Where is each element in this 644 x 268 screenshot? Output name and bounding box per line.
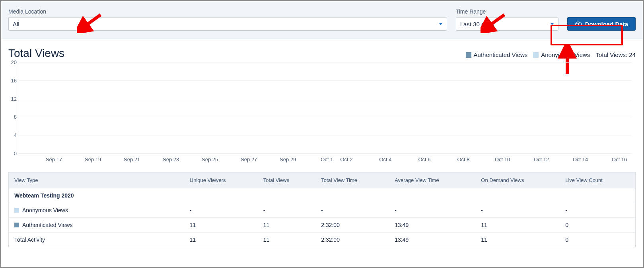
xtick: Sep 21 — [124, 156, 140, 162]
xtick: Oct 4 — [379, 156, 391, 162]
table-group-name: Webteam Testing 2020 — [9, 188, 636, 203]
table-cell: 11 — [475, 218, 560, 233]
media-location-field: Media Location All — [8, 8, 447, 31]
xtick: Sep 29 — [280, 156, 296, 162]
time-range-select[interactable]: Last 30 days — [456, 17, 558, 31]
xtick: Oct 12 — [534, 156, 549, 162]
caret-down-icon — [439, 23, 443, 25]
table-cell: - — [475, 203, 560, 218]
total-views-card: Total Views Authenticated Views Anonymou… — [8, 43, 636, 247]
time-range-field: Time Range Last 30 days — [456, 8, 558, 31]
xtick: Oct 14 — [573, 156, 588, 162]
legend-anon: Anonymous Views — [533, 51, 590, 58]
col-header[interactable]: View Type — [9, 172, 184, 188]
ytick: 0 — [7, 151, 17, 156]
table-cell: - — [389, 203, 475, 218]
xtick: Sep 19 — [85, 156, 101, 162]
ytick: 8 — [7, 114, 17, 120]
media-location-label: Media Location — [8, 8, 447, 15]
time-range-value: Last 30 days — [460, 21, 494, 27]
xtick: Sep 17 — [46, 156, 62, 162]
xtick: Oct 16 — [612, 156, 627, 162]
xtick: Oct 10 — [495, 156, 510, 162]
table-cell: - — [315, 203, 389, 218]
table-cell: 11 — [258, 218, 316, 233]
download-data-button[interactable]: Download Data — [567, 17, 636, 31]
xtick: Sep 27 — [241, 156, 257, 162]
chart-legend: Authenticated Views Anonymous Views Tota… — [466, 51, 636, 58]
table-cell: 13:49 — [389, 218, 475, 233]
xtick: Sep 23 — [163, 156, 179, 162]
legend-auth: Authenticated Views — [466, 51, 528, 58]
table-row: Authenticated Views11112:32:0013:49110 — [9, 218, 636, 233]
table-cell: 0 — [560, 233, 635, 247]
table-cell: 11 — [475, 233, 560, 247]
table-cell: 13:49 — [389, 233, 475, 247]
xtick: Oct 6 — [418, 156, 430, 162]
view-type-label: Total Activity — [14, 237, 45, 243]
xtick: Oct 1 — [321, 156, 333, 162]
total-views-count: Total Views: 24 — [595, 51, 636, 58]
xtick: Oct 2 — [340, 156, 352, 162]
table-cell: - — [560, 203, 635, 218]
media-location-select[interactable]: All — [8, 17, 447, 31]
download-data-label: Download Data — [585, 21, 628, 27]
table-cell: 11 — [184, 233, 258, 247]
view-type-label: Anonymous Views — [22, 207, 68, 213]
ytick: 12 — [7, 96, 17, 102]
table-cell: 11 — [258, 233, 316, 247]
table-cell: 11 — [184, 218, 258, 233]
table-cell: 2:32:00 — [315, 218, 389, 233]
table-cell: 0 — [560, 218, 635, 233]
table-cell: - — [184, 203, 258, 218]
table-row: Total Activity11112:32:0013:49110 — [9, 233, 636, 247]
swatch-anon-icon — [14, 208, 19, 213]
col-header[interactable]: Total View Time — [315, 172, 389, 188]
table-cell: 2:32:00 — [315, 233, 389, 247]
col-header[interactable]: Live View Count — [560, 172, 635, 188]
table-row: Anonymous Views------ — [9, 203, 636, 218]
swatch-auth-icon — [466, 52, 471, 58]
caret-down-icon — [550, 23, 554, 25]
ytick: 4 — [7, 132, 17, 138]
total-views-chart: Sep 17Sep 19Sep 21Sep 23Sep 25Sep 27Sep … — [19, 62, 632, 154]
col-header[interactable]: Total Views — [258, 172, 316, 188]
cloud-download-icon — [575, 20, 582, 27]
views-table: View TypeUnique ViewersTotal ViewsTotal … — [8, 172, 636, 247]
swatch-anon-icon — [533, 52, 539, 58]
view-type-label: Authenticated Views — [22, 222, 73, 228]
table-cell: - — [258, 203, 316, 218]
swatch-auth-icon — [14, 223, 19, 227]
col-header[interactable]: Average View Time — [389, 172, 475, 188]
ytick: 16 — [7, 77, 17, 83]
time-range-label: Time Range — [456, 8, 558, 15]
media-location-value: All — [13, 21, 19, 27]
filter-bar: Media Location All Time Range Last 30 da… — [1, 1, 643, 39]
ytick: 20 — [7, 59, 17, 65]
col-header[interactable]: On Demand Views — [475, 172, 560, 188]
chart-title: Total Views — [8, 47, 64, 60]
xtick: Sep 25 — [202, 156, 218, 162]
xtick: Oct 8 — [457, 156, 469, 162]
col-header[interactable]: Unique Viewers — [184, 172, 258, 188]
